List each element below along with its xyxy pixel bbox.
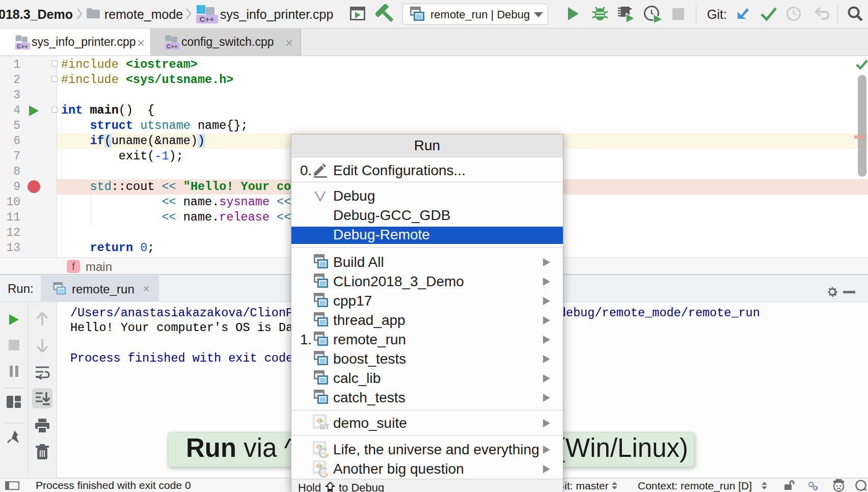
svg-text:C++: C++ bbox=[167, 43, 178, 49]
svg-text:C++: C++ bbox=[200, 15, 214, 23]
svg-text:BT: BT bbox=[319, 422, 329, 431]
svg-text:C++: C++ bbox=[17, 43, 28, 49]
